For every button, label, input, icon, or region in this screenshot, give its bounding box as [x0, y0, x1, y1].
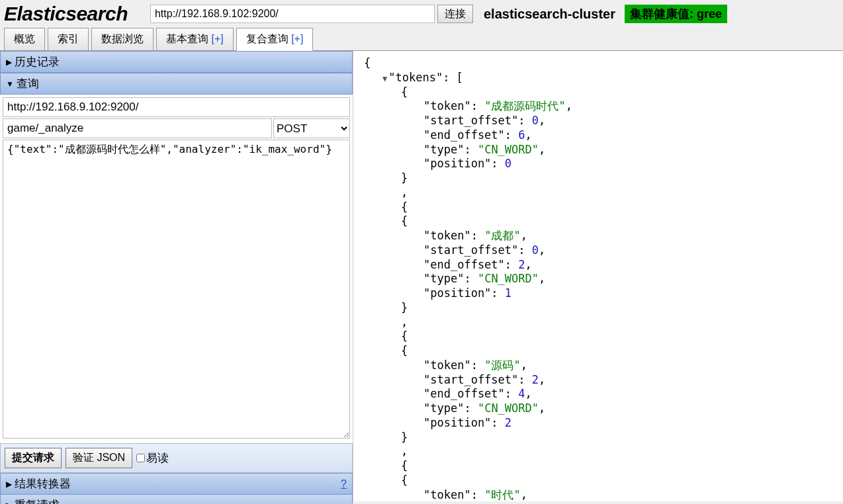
cluster-name: elasticsearch-cluster [484, 7, 615, 22]
validate-json-button[interactable]: 验证 JSON [66, 448, 132, 468]
http-method-select[interactable]: POST [273, 118, 350, 138]
tab-compound-query-label: 复合查询 [246, 33, 288, 44]
help-icon[interactable]: ? [341, 478, 347, 490]
request-body-textarea[interactable]: {"text":"成都源码时代怎么样","analyzer":"ik_max_w… [3, 140, 350, 439]
connect-button[interactable]: 连接 [437, 5, 473, 23]
expand-toggle-icon[interactable]: ▼ [382, 74, 387, 83]
tab-browse[interactable]: 数据浏览 [91, 28, 154, 51]
history-label: 历史记录 [15, 54, 60, 69]
history-section-header[interactable]: ▶ 历史记录 [0, 51, 353, 73]
chevron-down-icon: ▼ [6, 79, 14, 89]
cluster-url-input[interactable] [150, 5, 435, 23]
path-input[interactable] [3, 118, 272, 138]
tab-basic-query-label: 基本查询 [166, 33, 208, 44]
chevron-right-icon: ▶ [6, 58, 12, 67]
pretty-checkbox-label[interactable]: 易读 [136, 450, 169, 466]
transformer-label: 结果转换器 [15, 476, 71, 491]
tab-indices[interactable]: 索引 [48, 28, 89, 51]
submit-request-button[interactable]: 提交请求 [5, 448, 62, 468]
pretty-checkbox[interactable] [136, 454, 145, 462]
extra-section-header[interactable]: ▶ 重复请求 [0, 495, 353, 504]
query-section-header[interactable]: ▼ 查询 [0, 73, 353, 95]
chevron-right-icon: ▶ [6, 501, 12, 505]
pretty-text: 易读 [146, 450, 169, 466]
extra-label: 重复请求 [15, 497, 60, 504]
response-json-viewer: {▼"tokens": [{"token": "成都源码时代","start_o… [353, 51, 843, 501]
transformer-section-header[interactable]: ▶ 结果转换器 ? [0, 473, 353, 495]
tab-compound-query[interactable]: 复合查询 [+] [236, 28, 314, 51]
tab-overview[interactable]: 概览 [4, 28, 45, 51]
chevron-right-icon: ▶ [6, 480, 12, 489]
tab-compound-query-plus-icon[interactable]: [+] [291, 33, 303, 44]
cluster-health-badge: 集群健康值: gree [625, 5, 727, 23]
server-url-input[interactable] [3, 97, 350, 117]
query-label: 查询 [17, 76, 39, 91]
tab-basic-query-plus-icon[interactable]: [+] [211, 33, 223, 44]
app-logo: Elasticsearch [4, 3, 128, 25]
tab-basic-query[interactable]: 基本查询 [+] [156, 28, 234, 51]
